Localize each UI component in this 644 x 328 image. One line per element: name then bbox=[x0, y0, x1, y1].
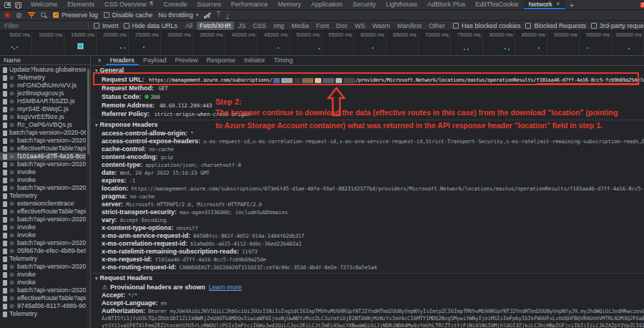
third-party-requests-checkbox[interactable]: 3rd-party requests bbox=[591, 22, 644, 29]
throttling-dropdown[interactable]: No throttling ▾ bbox=[158, 11, 198, 19]
filter-icon[interactable] bbox=[28, 12, 35, 19]
request-row[interactable]: Telemetry bbox=[0, 192, 86, 200]
request-row[interactable]: ⊘ invoke bbox=[0, 168, 86, 176]
details-tab[interactable]: Response bbox=[202, 56, 240, 65]
close-details-icon[interactable]: × bbox=[94, 56, 104, 65]
hide-data-urls-checkbox[interactable]: Hide data URLs bbox=[124, 22, 178, 29]
import-har-icon[interactable]: ↑ bbox=[217, 11, 220, 19]
devtools-tab[interactable]: EditThisCookie ⚗ × bbox=[470, 0, 524, 9]
devtools-tab[interactable]: Network ⚗ × bbox=[524, 0, 565, 9]
learn-more-link[interactable]: Learn more bbox=[209, 284, 242, 291]
general-section-header[interactable]: ▾General bbox=[92, 66, 644, 75]
blocked-requests-checkbox[interactable]: Blocked Requests bbox=[525, 22, 586, 29]
request-row[interactable]: ⊘ myrS4E-BWejC.js bbox=[0, 105, 86, 113]
request-row[interactable]: ⊘ batch?api-version=2020-06-01 bbox=[0, 184, 86, 192]
request-row[interactable]: ⊘ 9745af06-8117-4889-90b6-0bae09d... bbox=[0, 302, 86, 310]
file-icon bbox=[3, 296, 7, 302]
response-headers-section-header[interactable]: ▾Response Headers bbox=[92, 120, 644, 130]
response-header-row: access-control-allow-origin:* bbox=[92, 130, 644, 138]
network-conditions-icon[interactable] bbox=[204, 12, 211, 19]
export-har-icon[interactable]: ↓ bbox=[226, 11, 230, 19]
request-row[interactable]: ⊘ invoke bbox=[0, 271, 86, 279]
request-row[interactable]: ⊘ extensionclienttrace bbox=[0, 200, 86, 208]
request-row[interactable]: ⊘ 05f667de-efec-4b89-be93-dcaf81c1... bbox=[0, 247, 86, 255]
details-tab[interactable]: Initiator bbox=[240, 56, 270, 65]
devtools-tab[interactable]: Security ⚗ × bbox=[348, 0, 381, 9]
device-toolbar-icon[interactable] bbox=[15, 2, 21, 8]
request-headers-section-header[interactable]: ▾Request Headers bbox=[92, 274, 644, 283]
request-row[interactable]: Update?feature.globalresourcefilter=tr..… bbox=[0, 66, 86, 74]
name-column-header[interactable]: Name bbox=[0, 56, 90, 65]
request-row[interactable]: ⊘ batch?api-version=2020-06-01 bbox=[0, 137, 86, 145]
request-row[interactable]: ⊘ batch?api-version=2020-06-01 bbox=[0, 286, 86, 294]
request-row[interactable]: ⊘ HSMB4AR7bSZD.js bbox=[0, 97, 86, 105]
request-row[interactable]: ⊘ jezIlmxpugcuv.js bbox=[0, 90, 86, 97]
request-row[interactable]: ⊘ f101aa46-d7ff-4a16-8cc5-fcb9b69a... bbox=[0, 153, 86, 160]
request-row[interactable]: ⊘ effectiveRouteTable?api-version=20... bbox=[0, 208, 86, 216]
request-type-filter[interactable]: CSS bbox=[250, 21, 270, 30]
request-row[interactable]: Telemetry bbox=[0, 310, 86, 318]
request-row[interactable]: Telemetry bbox=[0, 255, 86, 263]
request-row[interactable]: ⊘ effectiveRouteTable?api-version=20... bbox=[0, 145, 86, 153]
request-type-filter[interactable]: WS bbox=[352, 21, 369, 30]
devtools-tab[interactable]: Sources ⚗ × bbox=[192, 0, 226, 9]
request-row[interactable]: ⊘ Rc_OaP6AVBQs.js bbox=[0, 121, 86, 129]
request-type-filter[interactable]: Manifest bbox=[394, 21, 424, 30]
request-type-filter[interactable]: Media bbox=[288, 21, 312, 30]
invert-checkbox[interactable]: Invert bbox=[94, 22, 119, 29]
request-type-filter[interactable]: Doc bbox=[333, 21, 351, 30]
new-tab-button[interactable]: + bbox=[565, 0, 578, 9]
devtools-tab[interactable]: CSS Overview ⚗ × bbox=[99, 0, 159, 9]
details-tab[interactable]: Payload bbox=[139, 56, 171, 65]
request-row[interactable]: ⊘ Telemetry bbox=[0, 74, 86, 82]
response-header-row: x-ms-routing-request-id:CANADAEAST:20220… bbox=[92, 264, 644, 271]
request-row[interactable]: ⊘ batch?api-version=2020-06-01 bbox=[0, 216, 86, 223]
request-row[interactable]: ⊘ invoke bbox=[0, 223, 86, 231]
authorization-token-line: AzNTI5Yi1jYzU3LTQzZDUtODI1Zi1kNWRjZmU0OT… bbox=[92, 315, 644, 322]
disable-cache-checkbox[interactable]: Disable cache bbox=[104, 11, 153, 19]
request-row[interactable]: batch?api-version=2020-06-01 bbox=[0, 129, 86, 137]
devtools-tab[interactable]: Welcome ⚗ × bbox=[26, 0, 62, 9]
request-type-filter[interactable]: Fetch/XHR bbox=[197, 21, 234, 30]
blocked-icon: ⊘ bbox=[9, 233, 15, 238]
request-row[interactable]: ⊘ batch?api-version=2020-06-01 bbox=[0, 239, 86, 247]
details-tab[interactable]: Headers bbox=[106, 56, 139, 65]
remote-address-row: Remote Address: 40.69.112.209:443 bbox=[92, 101, 644, 110]
request-row[interactable]: ⊘ invoke bbox=[0, 231, 86, 239]
file-icon bbox=[3, 209, 7, 215]
request-type-filter[interactable]: Img bbox=[270, 21, 287, 30]
request-row[interactable]: ⊘ effectiveRouteTable?api-version=20... bbox=[0, 294, 86, 302]
request-list-scrollbar[interactable] bbox=[87, 66, 90, 328]
devtools-tab[interactable]: Console ⚗ × bbox=[159, 0, 192, 9]
request-row[interactable]: ⊘ mFGNOdhUmAVV.js bbox=[0, 82, 86, 90]
error-count-badge[interactable]: 2 bbox=[640, 2, 644, 8]
devtools-tab[interactable]: AdBlock Plus ⚗ × bbox=[422, 0, 470, 9]
request-row[interactable]: ⊘ invoke bbox=[0, 279, 86, 286]
overview-activity bbox=[0, 31, 644, 56]
request-type-filter[interactable]: Other bbox=[426, 21, 448, 30]
filter-input[interactable] bbox=[4, 21, 89, 30]
preserve-log-checkbox[interactable]: Preserve log bbox=[53, 11, 98, 19]
devtools-tab[interactable]: Elements ⚗ × bbox=[62, 0, 99, 9]
request-row[interactable]: ⊘ batch?api-version=2020-06-01 bbox=[0, 160, 86, 168]
request-type-filter[interactable]: Wasm bbox=[369, 21, 393, 30]
clear-icon[interactable]: ⊘ bbox=[16, 11, 22, 19]
network-overview-timeline[interactable]: 5000 ms10000 ms15000 ms20000 ms25000 ms3… bbox=[0, 31, 644, 56]
details-tab[interactable]: Preview bbox=[170, 56, 202, 65]
devtools-tab[interactable]: Performance ⚗ × bbox=[226, 0, 273, 9]
request-type-filter[interactable]: All bbox=[182, 21, 195, 30]
devtools-tab[interactable]: Memory ⚗ × bbox=[273, 0, 306, 9]
request-type-filter[interactable]: Font bbox=[313, 21, 332, 30]
close-tab-icon[interactable]: × bbox=[556, 0, 560, 8]
record-button[interactable] bbox=[4, 12, 10, 18]
request-type-filter[interactable]: JS bbox=[235, 21, 249, 30]
inspect-element-icon[interactable] bbox=[4, 2, 11, 8]
has-blocked-cookies-checkbox[interactable]: Has blocked cookies bbox=[453, 22, 521, 29]
request-row[interactable]: ⊘ ksgVvrEEf9ze.js bbox=[0, 113, 86, 121]
devtools-tab[interactable]: Lighthouse ⚗ × bbox=[381, 0, 422, 9]
search-icon[interactable] bbox=[41, 12, 47, 19]
request-row[interactable]: ⊘ batch?api-version=2020-06-01 bbox=[0, 263, 86, 271]
request-row[interactable]: ⊘ invoke bbox=[0, 176, 86, 184]
devtools-tab[interactable]: Application ⚗ × bbox=[306, 0, 348, 9]
details-tab[interactable]: Timing bbox=[269, 56, 297, 65]
